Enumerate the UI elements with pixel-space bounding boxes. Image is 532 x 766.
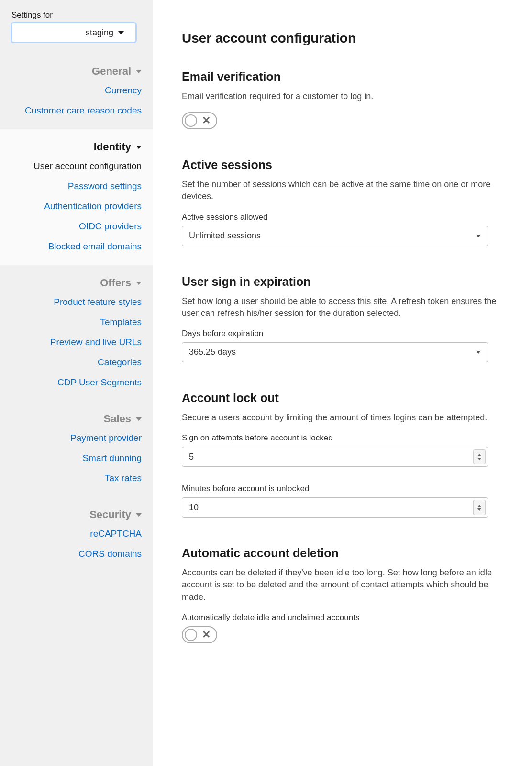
sidebar: Settings for staging GeneralCurrencyCust… bbox=[0, 0, 153, 766]
sign-in-expiration-section: User sign in expiration Set how long a u… bbox=[182, 275, 503, 362]
email-verification-section: Email verification Email verification re… bbox=[182, 70, 503, 129]
expiration-field: Days before expiration 365.25 days bbox=[182, 329, 503, 362]
section-heading: Email verification bbox=[182, 70, 503, 84]
field-label: Active sessions allowed bbox=[182, 213, 503, 222]
caret-down-icon bbox=[136, 417, 142, 421]
attempts-field: Sign on attempts before account is locke… bbox=[182, 433, 503, 467]
nav-section-offers: OffersProduct feature stylesTemplatesPre… bbox=[0, 265, 153, 401]
input-value: 10 bbox=[189, 503, 199, 513]
nav-section-security: SecurityreCAPTCHACORS domains bbox=[0, 497, 153, 573]
section-heading: Account lock out bbox=[182, 391, 503, 405]
environment-value: staging bbox=[86, 28, 113, 38]
nav-item[interactable]: Authentication providers bbox=[0, 196, 153, 216]
nav-header-label: Identity bbox=[94, 141, 131, 153]
nav-header-identity[interactable]: Identity bbox=[0, 138, 153, 156]
expiration-select[interactable]: 365.25 days bbox=[182, 342, 488, 362]
environment-select[interactable]: staging bbox=[11, 23, 136, 42]
caret-down-icon bbox=[136, 146, 142, 149]
nav-item[interactable]: Templates bbox=[0, 312, 153, 332]
active-sessions-section: Active sessions Set the number of sessio… bbox=[182, 158, 503, 246]
sidebar-header: Settings for staging bbox=[0, 11, 153, 54]
x-icon: ✕ bbox=[202, 114, 211, 127]
auto-deletion-field: Automatically delete idle and unclaimed … bbox=[182, 613, 503, 643]
email-verification-toggle[interactable]: ✕ bbox=[182, 112, 217, 129]
caret-down-icon bbox=[476, 235, 481, 237]
field-label: Minutes before account is unlocked bbox=[182, 484, 503, 494]
input-value: 5 bbox=[189, 452, 194, 462]
number-stepper[interactable] bbox=[473, 500, 486, 515]
nav-section-general: GeneralCurrencyCustomer care reason code… bbox=[0, 54, 153, 129]
page-title: User account configuration bbox=[182, 31, 503, 46]
section-heading: User sign in expiration bbox=[182, 275, 503, 289]
nav-header-label: Offers bbox=[100, 277, 131, 289]
nav-header-label: Security bbox=[89, 508, 131, 521]
section-description: Email verification required for a custom… bbox=[182, 90, 503, 102]
select-value: 365.25 days bbox=[189, 347, 236, 357]
nav-item[interactable]: Blocked email domains bbox=[0, 237, 153, 257]
nav-section-identity: IdentityUser account configurationPasswo… bbox=[0, 129, 153, 265]
minutes-field: Minutes before account is unlocked 10 bbox=[182, 484, 503, 518]
auto-deletion-toggle[interactable]: ✕ bbox=[182, 626, 217, 643]
nav-item[interactable]: CORS domains bbox=[0, 544, 153, 564]
section-heading: Active sessions bbox=[182, 158, 503, 172]
attempts-input[interactable]: 5 bbox=[182, 447, 488, 467]
field-label: Days before expiration bbox=[182, 329, 503, 338]
nav-item[interactable]: Tax rates bbox=[0, 468, 153, 488]
x-icon: ✕ bbox=[202, 629, 211, 641]
nav-header-offers[interactable]: Offers bbox=[0, 274, 153, 292]
account-lockout-section: Account lock out Secure a users account … bbox=[182, 391, 503, 518]
active-sessions-select[interactable]: Unlimited sessions bbox=[182, 226, 488, 246]
settings-nav: GeneralCurrencyCustomer care reason code… bbox=[0, 54, 153, 573]
nav-item[interactable]: reCAPTCHA bbox=[0, 524, 153, 544]
section-heading: Automatic account deletion bbox=[182, 546, 503, 560]
nav-item[interactable]: OIDC providers bbox=[0, 216, 153, 237]
caret-down-icon bbox=[136, 513, 142, 517]
caret-down-icon bbox=[136, 70, 142, 73]
section-description: Secure a users account by limiting the a… bbox=[182, 412, 503, 424]
section-description: Accounts can be deleted if they've been … bbox=[182, 567, 503, 603]
number-stepper[interactable] bbox=[473, 449, 486, 464]
settings-for-label: Settings for bbox=[11, 11, 142, 20]
nav-item[interactable]: Smart dunning bbox=[0, 448, 153, 468]
toggle-knob bbox=[185, 629, 197, 641]
active-sessions-field: Active sessions allowed Unlimited sessio… bbox=[182, 213, 503, 246]
caret-down-icon bbox=[118, 31, 124, 34]
nav-header-general[interactable]: General bbox=[0, 62, 153, 80]
nav-header-label: Sales bbox=[104, 413, 132, 425]
field-label: Sign on attempts before account is locke… bbox=[182, 433, 503, 443]
section-description: Set how long a user should be able to ac… bbox=[182, 295, 503, 319]
toggle-knob bbox=[185, 114, 197, 127]
auto-deletion-section: Automatic account deletion Accounts can … bbox=[182, 546, 503, 643]
minutes-input[interactable]: 10 bbox=[182, 497, 488, 518]
select-value: Unlimited sessions bbox=[189, 231, 261, 241]
nav-item[interactable]: Customer care reason codes bbox=[0, 101, 153, 121]
nav-item[interactable]: Password settings bbox=[0, 176, 153, 196]
nav-item[interactable]: Payment provider bbox=[0, 428, 153, 448]
field-label: Automatically delete idle and unclaimed … bbox=[182, 613, 503, 622]
nav-item[interactable]: Currency bbox=[0, 80, 153, 101]
nav-header-label: General bbox=[92, 65, 131, 78]
main-content: User account configuration Email verific… bbox=[153, 0, 532, 766]
caret-down-icon bbox=[476, 351, 481, 354]
nav-header-security[interactable]: Security bbox=[0, 506, 153, 524]
nav-section-sales: SalesPayment providerSmart dunningTax ra… bbox=[0, 401, 153, 497]
nav-item[interactable]: Preview and live URLs bbox=[0, 332, 153, 352]
nav-item[interactable]: Product feature styles bbox=[0, 292, 153, 312]
section-description: Set the number of sessions which can be … bbox=[182, 179, 503, 203]
nav-item[interactable]: User account configuration bbox=[0, 156, 153, 176]
nav-item[interactable]: CDP User Segments bbox=[0, 372, 153, 393]
nav-header-sales[interactable]: Sales bbox=[0, 410, 153, 428]
caret-down-icon bbox=[136, 282, 142, 285]
nav-item[interactable]: Categories bbox=[0, 352, 153, 372]
